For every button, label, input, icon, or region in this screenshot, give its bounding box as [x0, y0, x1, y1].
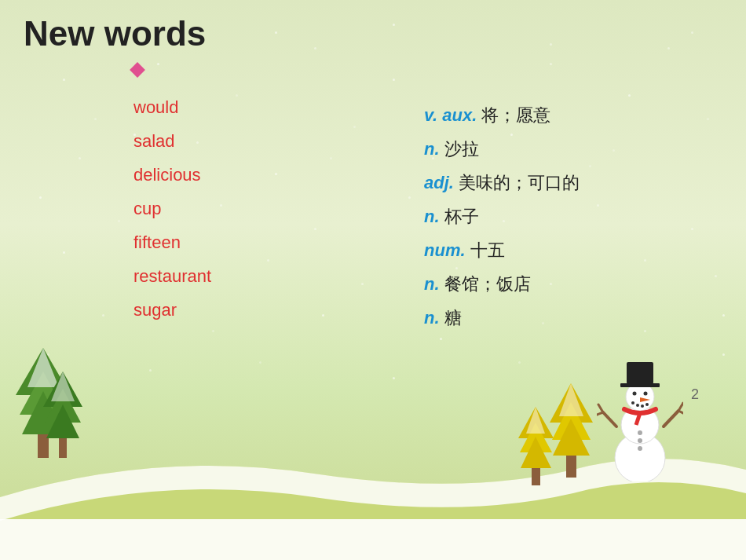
word-item: would	[133, 94, 211, 120]
svg-point-41	[638, 446, 642, 451]
svg-line-34	[598, 404, 603, 412]
svg-rect-11	[566, 456, 576, 478]
words-list: wouldsaladdeliciouscupfifteenrestaurants…	[133, 94, 211, 331]
word-item: delicious	[133, 162, 211, 188]
svg-point-27	[644, 392, 648, 396]
page-number: 2	[691, 386, 699, 403]
svg-point-32	[645, 403, 649, 406]
tree-right-1	[550, 383, 593, 478]
svg-point-39	[638, 430, 642, 435]
tree-left-2	[43, 372, 82, 458]
definition-item: n. 餐馆；饭店	[424, 271, 580, 297]
svg-line-36	[664, 411, 678, 426]
definitions-list: v. aux. 将；愿意n. 沙拉adj. 美味的；可口的n. 杯子num. 十…	[424, 102, 580, 339]
svg-rect-6	[59, 438, 67, 458]
svg-line-38	[678, 411, 683, 414]
definition-item: n. 沙拉	[424, 136, 580, 162]
word-item: salad	[133, 128, 211, 154]
svg-line-33	[603, 412, 616, 426]
definition-item: n. 糖	[424, 305, 580, 331]
page-title: New words	[24, 14, 206, 53]
svg-point-26	[633, 392, 637, 396]
word-item: cup	[133, 196, 211, 221]
word-item: fifteen	[133, 229, 211, 255]
definition-item: n. 杯子	[424, 203, 580, 229]
svg-rect-25	[627, 362, 653, 384]
definition-item: v. aux. 将；愿意	[424, 102, 580, 128]
definition-item: num. 十五	[424, 237, 580, 263]
tree-right-2	[518, 407, 554, 485]
snowman	[597, 356, 683, 481]
svg-point-31	[641, 404, 644, 408]
svg-line-35	[597, 412, 603, 415]
definition-item: adj. 美味的；可口的	[424, 170, 580, 196]
svg-rect-16	[532, 468, 540, 485]
svg-point-29	[631, 401, 634, 404]
svg-point-30	[636, 404, 639, 407]
svg-point-40	[638, 438, 642, 443]
word-item: sugar	[133, 297, 211, 323]
word-item: restaurant	[133, 263, 211, 289]
svg-line-37	[678, 403, 683, 411]
svg-rect-0	[0, 519, 746, 560]
